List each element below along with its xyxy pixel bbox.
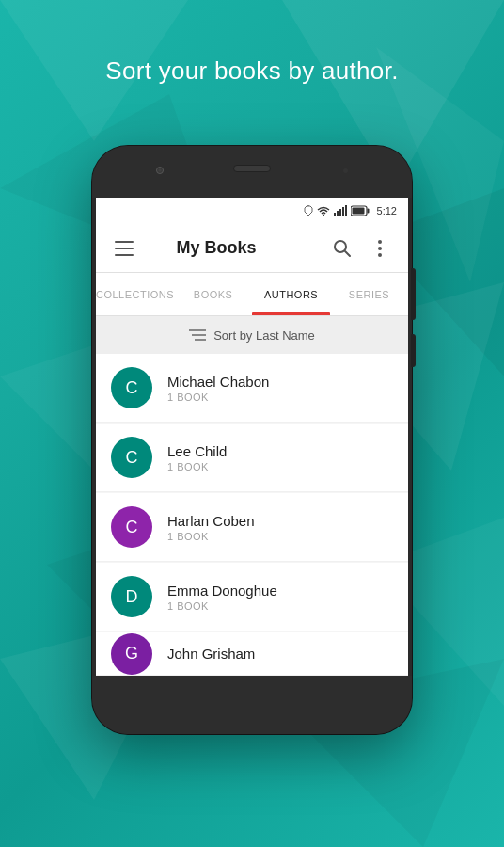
volume-down-button bbox=[411, 334, 416, 367]
author-info-2: Harlan Coben 1 BOOK bbox=[167, 513, 393, 542]
notification-icon bbox=[304, 205, 313, 216]
author-name-0: Michael Chabon bbox=[167, 374, 393, 390]
svg-rect-16 bbox=[339, 209, 341, 216]
author-name-2: Harlan Coben bbox=[167, 513, 393, 529]
author-info-0: Michael Chabon 1 BOOK bbox=[167, 374, 393, 403]
tagline: Sort your books by author. bbox=[0, 56, 504, 86]
author-item-0[interactable]: C Michael Chabon 1 BOOK bbox=[96, 354, 408, 423]
signal-icon bbox=[334, 205, 347, 216]
tab-authors[interactable]: AUTHORS bbox=[252, 273, 330, 315]
more-icon bbox=[378, 240, 382, 257]
svg-rect-15 bbox=[337, 211, 339, 216]
author-item-4[interactable]: G John Grisham bbox=[96, 632, 408, 676]
tab-bar: COLLECTIONS BOOKS AUTHORS SERIES bbox=[96, 273, 408, 316]
app-title: My Books bbox=[107, 238, 325, 258]
author-avatar-2: C bbox=[111, 506, 152, 548]
author-item-1[interactable]: C Lee Child 1 BOOK bbox=[96, 424, 408, 492]
author-count-2: 1 BOOK bbox=[167, 531, 393, 542]
bottom-bezel bbox=[92, 676, 412, 734]
author-count-0: 1 BOOK bbox=[167, 392, 393, 403]
tab-series[interactable]: SERIES bbox=[330, 273, 408, 315]
proximity-sensor bbox=[343, 168, 348, 173]
app-bar: My Books bbox=[96, 224, 408, 273]
svg-point-24 bbox=[378, 240, 382, 244]
tab-books[interactable]: BOOKS bbox=[174, 273, 252, 315]
svg-point-13 bbox=[323, 215, 324, 216]
author-avatar-0: C bbox=[111, 367, 152, 408]
front-camera bbox=[156, 167, 164, 174]
author-avatar-1: C bbox=[111, 437, 152, 478]
author-name-3: Emma Donoghue bbox=[167, 583, 393, 599]
author-name-1: Lee Child bbox=[167, 443, 393, 459]
tab-collections[interactable]: COLLECTIONS bbox=[96, 273, 174, 315]
sort-icon bbox=[189, 328, 206, 342]
author-count-3: 1 BOOK bbox=[167, 600, 393, 612]
svg-point-26 bbox=[378, 253, 382, 257]
svg-line-23 bbox=[345, 251, 350, 256]
author-info-4: John Grisham bbox=[167, 646, 393, 662]
phone-screen: 5:12 My Books bbox=[96, 198, 408, 676]
search-icon bbox=[333, 239, 352, 258]
author-count-1: 1 BOOK bbox=[167, 461, 393, 472]
svg-rect-17 bbox=[342, 207, 344, 216]
top-bezel bbox=[92, 146, 412, 198]
status-time: 5:12 bbox=[377, 205, 397, 216]
svg-rect-21 bbox=[352, 208, 364, 215]
sort-label: Sort by Last Name bbox=[213, 328, 315, 343]
svg-point-25 bbox=[378, 247, 382, 250]
status-icons: 5:12 bbox=[304, 205, 397, 216]
status-bar: 5:12 bbox=[96, 198, 408, 224]
author-list: C Michael Chabon 1 BOOK C Lee Child 1 BO… bbox=[96, 354, 408, 676]
wifi-icon bbox=[317, 206, 330, 216]
svg-rect-14 bbox=[334, 213, 336, 216]
svg-rect-18 bbox=[345, 205, 347, 216]
app-bar-actions bbox=[325, 232, 397, 265]
svg-rect-20 bbox=[367, 209, 369, 214]
author-name-4: John Grisham bbox=[167, 646, 393, 662]
battery-icon bbox=[351, 205, 370, 216]
phone-shell: 5:12 My Books bbox=[92, 146, 412, 734]
volume-up-button bbox=[411, 268, 416, 320]
author-info-1: Lee Child 1 BOOK bbox=[167, 443, 393, 472]
author-avatar-3: D bbox=[111, 576, 152, 617]
author-avatar-4: G bbox=[111, 633, 152, 675]
svg-point-22 bbox=[335, 241, 346, 252]
more-options-button[interactable] bbox=[363, 232, 397, 265]
author-info-3: Emma Donoghue 1 BOOK bbox=[167, 583, 393, 612]
sort-bar[interactable]: Sort by Last Name bbox=[96, 316, 408, 354]
earpiece-speaker bbox=[233, 165, 271, 172]
search-button[interactable] bbox=[325, 232, 359, 265]
author-item-3[interactable]: D Emma Donoghue 1 BOOK bbox=[96, 563, 408, 631]
author-item-2[interactable]: C Harlan Coben 1 BOOK bbox=[96, 493, 408, 562]
